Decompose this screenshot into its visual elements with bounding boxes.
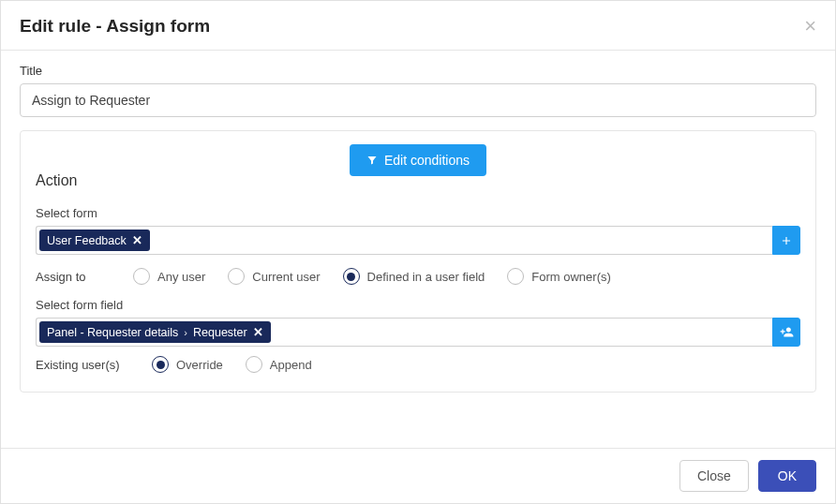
- form-tag-text: User Feedback: [47, 234, 127, 247]
- radio-icon: [133, 268, 150, 285]
- remove-form-tag-icon[interactable]: ✕: [132, 233, 142, 247]
- title-label: Title: [20, 64, 816, 78]
- filter-icon: [366, 155, 378, 166]
- assign-to-label: Assign to: [36, 270, 111, 284]
- chevron-right-icon: ›: [184, 327, 187, 338]
- radio-icon: [343, 268, 360, 285]
- radio-label: Append: [270, 358, 312, 372]
- ok-button[interactable]: OK: [758, 460, 816, 492]
- radio-label: Override: [176, 358, 223, 372]
- radio-icon: [228, 268, 245, 285]
- form-tag: User Feedback ✕: [39, 230, 150, 251]
- assign-to-option-any-user[interactable]: Any user: [133, 268, 205, 285]
- user-plus-icon: [780, 325, 794, 339]
- add-form-button[interactable]: [772, 226, 800, 255]
- close-icon[interactable]: ×: [804, 16, 816, 37]
- select-form-label: Select form: [36, 206, 800, 220]
- form-field-tag-suffix: Requester: [193, 326, 247, 339]
- assign-to-option-defined-field[interactable]: Defined in a user field: [343, 268, 485, 285]
- edit-conditions-button[interactable]: Edit conditions: [350, 144, 486, 176]
- radio-icon: [246, 356, 262, 373]
- select-form-field-label: Select form field: [36, 298, 800, 312]
- radio-label: Current user: [252, 270, 320, 284]
- title-input[interactable]: [20, 83, 816, 117]
- radio-icon: [507, 268, 524, 285]
- form-field-tag-prefix: Panel - Requester details: [47, 326, 178, 339]
- select-form-input[interactable]: User Feedback ✕: [36, 226, 772, 255]
- edit-conditions-label: Edit conditions: [384, 153, 470, 168]
- select-form-field-input[interactable]: Panel - Requester details › Requester ✕: [36, 318, 772, 347]
- radio-label: Any user: [157, 270, 205, 284]
- close-button[interactable]: Close: [679, 460, 749, 492]
- remove-form-field-tag-icon[interactable]: ✕: [253, 325, 263, 339]
- existing-users-option-append[interactable]: Append: [246, 356, 312, 373]
- radio-icon: [152, 356, 169, 373]
- add-form-field-button[interactable]: [772, 318, 800, 347]
- existing-users-option-override[interactable]: Override: [152, 356, 223, 373]
- dialog-title: Edit rule - Assign form: [20, 16, 210, 37]
- form-field-tag: Panel - Requester details › Requester ✕: [39, 321, 271, 343]
- assign-to-option-form-owners[interactable]: Form owner(s): [507, 268, 611, 285]
- existing-users-label: Existing user(s): [36, 358, 129, 372]
- assign-to-option-current-user[interactable]: Current user: [228, 268, 320, 285]
- plus-icon: [780, 234, 793, 247]
- radio-label: Defined in a user field: [367, 270, 485, 284]
- radio-label: Form owner(s): [531, 270, 611, 284]
